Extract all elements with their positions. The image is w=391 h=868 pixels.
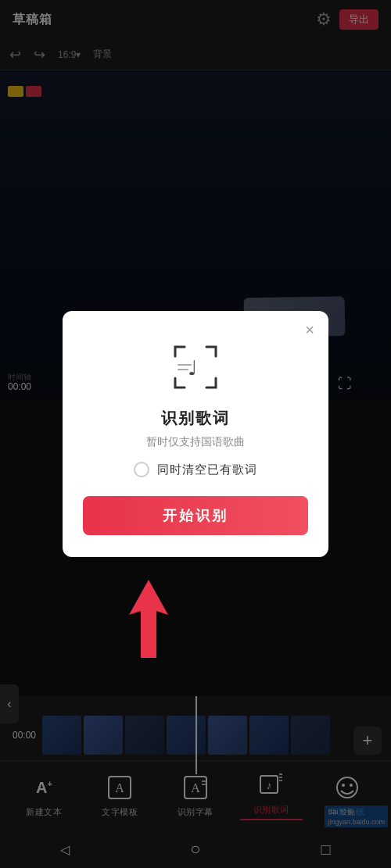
modal-subtitle: 暂时仅支持国语歌曲: [146, 435, 245, 449]
modal-dialog: × ♩ 识别歌词 暂时仅支持国语歌曲: [63, 311, 328, 557]
clear-lyrics-radio[interactable]: [134, 462, 149, 477]
modal-overlay: × ♩ 识别歌词 暂时仅支持国语歌曲: [0, 0, 391, 868]
modal-title: 识别歌词: [161, 408, 230, 429]
start-recognition-button[interactable]: 开始识别: [83, 496, 308, 535]
app-background: 草稿箱 ⚙ 导出 ↩ ↪ 16:9▾ 背景 时间轴 00:00 ⛶ ×: [0, 0, 391, 868]
modal-close-button[interactable]: ×: [305, 322, 314, 338]
modal-icon-area: ♩: [167, 339, 224, 395]
clear-lyrics-label: 同时清空已有歌词: [157, 463, 257, 477]
svg-text:♩: ♩: [188, 357, 197, 380]
modal-checkbox-row[interactable]: 同时清空已有歌词: [134, 462, 257, 477]
scan-music-icon: ♩: [167, 339, 224, 395]
